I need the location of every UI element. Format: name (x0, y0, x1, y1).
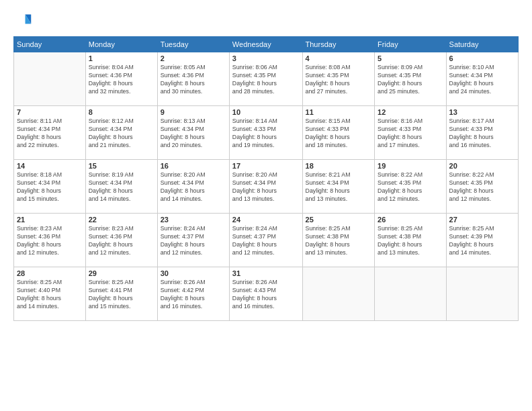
day-number: 6 (449, 54, 515, 62)
day-info: Sunrise: 8:25 AMSunset: 4:38 PMDaylight:… (306, 225, 372, 257)
day-info: Sunrise: 8:08 AMSunset: 4:35 PMDaylight:… (306, 64, 372, 96)
header-day-saturday: Saturday (446, 37, 518, 52)
day-number: 20 (449, 162, 515, 170)
day-info: Sunrise: 8:22 AMSunset: 4:35 PMDaylight:… (449, 171, 515, 203)
calendar-body: 1Sunrise: 8:04 AMSunset: 4:36 PMDaylight… (14, 52, 519, 321)
calendar-cell: 18Sunrise: 8:21 AMSunset: 4:34 PMDayligh… (302, 160, 375, 214)
calendar-cell: 9Sunrise: 8:13 AMSunset: 4:34 PMDaylight… (157, 106, 229, 160)
day-number: 25 (306, 216, 372, 224)
calendar-cell: 10Sunrise: 8:14 AMSunset: 4:33 PMDayligh… (229, 106, 302, 160)
calendar-cell (302, 267, 375, 321)
week-row-0: 1Sunrise: 8:04 AMSunset: 4:36 PMDaylight… (14, 52, 519, 106)
calendar-cell: 17Sunrise: 8:20 AMSunset: 4:34 PMDayligh… (229, 160, 302, 214)
day-info: Sunrise: 8:19 AMSunset: 4:34 PMDaylight:… (89, 171, 154, 203)
header-day-tuesday: Tuesday (157, 37, 229, 52)
day-info: Sunrise: 8:21 AMSunset: 4:34 PMDaylight:… (306, 171, 372, 203)
day-info: Sunrise: 8:25 AMSunset: 4:38 PMDaylight:… (378, 225, 443, 257)
day-number: 28 (17, 269, 83, 277)
calendar-cell: 6Sunrise: 8:10 AMSunset: 4:34 PMDaylight… (446, 52, 518, 106)
day-number: 24 (232, 216, 300, 224)
day-number: 8 (89, 108, 154, 116)
calendar-cell: 28Sunrise: 8:25 AMSunset: 4:40 PMDayligh… (14, 267, 86, 321)
day-info: Sunrise: 8:11 AMSunset: 4:34 PMDaylight:… (17, 118, 83, 150)
day-number: 1 (89, 54, 154, 62)
day-number: 22 (89, 216, 154, 224)
day-number: 31 (232, 269, 300, 277)
day-number: 16 (161, 162, 226, 170)
week-row-4: 28Sunrise: 8:25 AMSunset: 4:40 PMDayligh… (14, 267, 519, 321)
week-row-1: 7Sunrise: 8:11 AMSunset: 4:34 PMDaylight… (14, 106, 519, 160)
day-number: 26 (378, 216, 443, 224)
day-info: Sunrise: 8:04 AMSunset: 4:36 PMDaylight:… (89, 64, 154, 96)
day-number: 23 (161, 216, 226, 224)
calendar-cell: 5Sunrise: 8:09 AMSunset: 4:35 PMDaylight… (375, 52, 446, 106)
day-info: Sunrise: 8:26 AMSunset: 4:43 PMDaylight:… (232, 279, 300, 311)
day-number: 3 (232, 54, 300, 62)
week-row-3: 21Sunrise: 8:23 AMSunset: 4:36 PMDayligh… (14, 214, 519, 267)
calendar-table: SundayMondayTuesdayWednesdayThursdayFrid… (13, 36, 519, 321)
calendar-cell: 31Sunrise: 8:26 AMSunset: 4:43 PMDayligh… (229, 267, 302, 321)
day-number: 4 (306, 54, 372, 62)
day-number: 18 (306, 162, 372, 170)
calendar-cell: 19Sunrise: 8:22 AMSunset: 4:35 PMDayligh… (375, 160, 446, 214)
calendar-cell: 22Sunrise: 8:23 AMSunset: 4:36 PMDayligh… (85, 214, 157, 267)
day-number: 2 (161, 54, 226, 62)
calendar-cell: 1Sunrise: 8:04 AMSunset: 4:36 PMDaylight… (85, 52, 157, 106)
day-info: Sunrise: 8:23 AMSunset: 4:36 PMDaylight:… (89, 225, 154, 257)
day-number: 7 (17, 108, 83, 116)
calendar-cell: 16Sunrise: 8:20 AMSunset: 4:34 PMDayligh… (157, 160, 229, 214)
day-info: Sunrise: 8:06 AMSunset: 4:35 PMDaylight:… (232, 64, 300, 96)
logo-area (13, 12, 35, 31)
calendar-cell: 14Sunrise: 8:18 AMSunset: 4:34 PMDayligh… (14, 160, 86, 214)
day-info: Sunrise: 8:10 AMSunset: 4:34 PMDaylight:… (449, 64, 515, 96)
day-number: 21 (17, 216, 83, 224)
calendar-cell: 30Sunrise: 8:26 AMSunset: 4:42 PMDayligh… (157, 267, 229, 321)
header-day-friday: Friday (375, 37, 446, 52)
calendar-cell: 15Sunrise: 8:19 AMSunset: 4:34 PMDayligh… (85, 160, 157, 214)
day-number: 19 (378, 162, 443, 170)
day-info: Sunrise: 8:22 AMSunset: 4:35 PMDaylight:… (378, 171, 443, 203)
calendar-cell: 26Sunrise: 8:25 AMSunset: 4:38 PMDayligh… (375, 214, 446, 267)
calendar-cell: 2Sunrise: 8:05 AMSunset: 4:36 PMDaylight… (157, 52, 229, 106)
header-day-thursday: Thursday (302, 37, 375, 52)
day-number: 5 (378, 54, 443, 62)
day-info: Sunrise: 8:05 AMSunset: 4:36 PMDaylight:… (161, 64, 226, 96)
calendar-cell: 12Sunrise: 8:16 AMSunset: 4:33 PMDayligh… (375, 106, 446, 160)
day-info: Sunrise: 8:23 AMSunset: 4:36 PMDaylight:… (17, 225, 83, 257)
week-row-2: 14Sunrise: 8:18 AMSunset: 4:34 PMDayligh… (14, 160, 519, 214)
day-number: 9 (161, 108, 226, 116)
header-day-monday: Monday (85, 37, 157, 52)
calendar-cell: 4Sunrise: 8:08 AMSunset: 4:35 PMDaylight… (302, 52, 375, 106)
day-info: Sunrise: 8:16 AMSunset: 4:33 PMDaylight:… (378, 118, 443, 150)
calendar-cell (446, 267, 518, 321)
calendar-cell: 11Sunrise: 8:15 AMSunset: 4:33 PMDayligh… (302, 106, 375, 160)
day-info: Sunrise: 8:25 AMSunset: 4:41 PMDaylight:… (89, 279, 154, 311)
calendar-cell: 13Sunrise: 8:17 AMSunset: 4:33 PMDayligh… (446, 106, 518, 160)
page: SundayMondayTuesdayWednesdayThursdayFrid… (0, 0, 532, 411)
day-number: 30 (161, 269, 226, 277)
day-number: 13 (449, 108, 515, 116)
day-number: 15 (89, 162, 154, 170)
calendar-cell: 20Sunrise: 8:22 AMSunset: 4:35 PMDayligh… (446, 160, 518, 214)
day-number: 17 (232, 162, 300, 170)
day-info: Sunrise: 8:12 AMSunset: 4:34 PMDaylight:… (89, 118, 154, 150)
calendar-header: SundayMondayTuesdayWednesdayThursdayFrid… (14, 37, 519, 52)
header-row: SundayMondayTuesdayWednesdayThursdayFrid… (14, 37, 519, 52)
day-info: Sunrise: 8:25 AMSunset: 4:39 PMDaylight:… (449, 225, 515, 257)
day-info: Sunrise: 8:17 AMSunset: 4:33 PMDaylight:… (449, 118, 515, 150)
day-info: Sunrise: 8:15 AMSunset: 4:33 PMDaylight:… (306, 118, 372, 150)
calendar-cell: 25Sunrise: 8:25 AMSunset: 4:38 PMDayligh… (302, 214, 375, 267)
calendar-cell: 7Sunrise: 8:11 AMSunset: 4:34 PMDaylight… (14, 106, 86, 160)
day-info: Sunrise: 8:24 AMSunset: 4:37 PMDaylight:… (232, 225, 300, 257)
day-number: 12 (378, 108, 443, 116)
day-number: 11 (306, 108, 372, 116)
day-info: Sunrise: 8:24 AMSunset: 4:37 PMDaylight:… (161, 225, 226, 257)
day-info: Sunrise: 8:13 AMSunset: 4:34 PMDaylight:… (161, 118, 226, 150)
calendar-cell: 21Sunrise: 8:23 AMSunset: 4:36 PMDayligh… (14, 214, 86, 267)
day-number: 10 (232, 108, 300, 116)
calendar-cell (375, 267, 446, 321)
header-day-sunday: Sunday (14, 37, 86, 52)
day-number: 14 (17, 162, 83, 170)
calendar-cell: 24Sunrise: 8:24 AMSunset: 4:37 PMDayligh… (229, 214, 302, 267)
day-info: Sunrise: 8:20 AMSunset: 4:34 PMDaylight:… (161, 171, 226, 203)
